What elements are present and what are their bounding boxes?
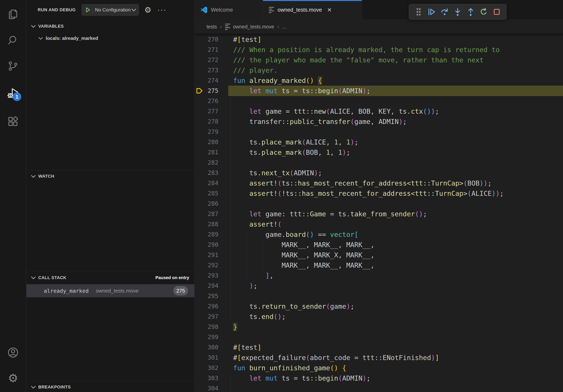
code-line: 283 ts.next_tx(ADMIN); bbox=[195, 168, 563, 178]
debug-settings-gear-icon[interactable]: ⚙ bbox=[144, 6, 152, 14]
source-control-icon[interactable] bbox=[6, 59, 20, 73]
restart-button[interactable] bbox=[478, 6, 489, 17]
line-number[interactable]: 284 bbox=[195, 178, 218, 188]
current-debug-line: 275 let mut ts = ts::begin(ADMIN); bbox=[195, 86, 563, 96]
code-line: 289 game.board() == vector[ bbox=[195, 229, 563, 240]
move-file-icon bbox=[225, 24, 230, 30]
code-text: assert!(ts::has_most_recent_for_address<… bbox=[233, 178, 492, 188]
close-icon[interactable]: ✕ bbox=[327, 7, 332, 13]
step-over-button[interactable] bbox=[439, 6, 450, 17]
debug-count-badge: 1 bbox=[13, 92, 21, 101]
code-text: let game = ttt::new(ALICE, BOB, KEY, ts.… bbox=[233, 106, 439, 117]
variables-section-header[interactable]: VARIABLES bbox=[26, 20, 194, 32]
tab-owned-tests[interactable]: owned_tests.move ✕ bbox=[263, 0, 362, 20]
code-editor[interactable]: 270#[test]271/// When a position is alre… bbox=[195, 34, 563, 392]
line-number[interactable]: 282 bbox=[195, 157, 218, 168]
line-number[interactable]: 271 bbox=[195, 45, 218, 55]
line-number[interactable]: 287 bbox=[195, 209, 218, 219]
line-number[interactable]: 281 bbox=[195, 147, 218, 157]
line-number[interactable]: 286 bbox=[195, 198, 218, 209]
code-text: fun burn_unfinished_game() { bbox=[233, 363, 346, 373]
line-number[interactable]: 302 bbox=[195, 363, 218, 373]
tab-label: owned_tests.move bbox=[278, 7, 322, 13]
breadcrumb-file[interactable]: owned_tests.move bbox=[233, 24, 274, 30]
code-text: #[test] bbox=[233, 342, 261, 353]
continue-button[interactable] bbox=[426, 6, 437, 17]
line-number[interactable]: 274 bbox=[195, 75, 218, 86]
line-number[interactable]: 297 bbox=[195, 312, 218, 322]
debug-toolbar bbox=[409, 4, 507, 20]
breadcrumb-tests[interactable]: tests bbox=[206, 24, 217, 30]
line-number[interactable]: 278 bbox=[195, 117, 218, 127]
line-number[interactable]: 292 bbox=[195, 260, 218, 270]
line-number[interactable]: 276 bbox=[195, 96, 218, 106]
line-number[interactable]: 294 bbox=[195, 281, 218, 291]
breakpoints-section-header[interactable]: BREAKPOINTS bbox=[26, 381, 194, 392]
chevron-down-icon bbox=[131, 8, 136, 12]
line-number[interactable]: 303 bbox=[195, 373, 218, 383]
frame-file: owned_tests.move bbox=[96, 288, 139, 294]
line-number[interactable]: 301 bbox=[195, 353, 218, 363]
code-line: 301#[expected_failure(abort_code = ttt::… bbox=[195, 353, 563, 363]
code-text: let mut ts = ts::begin(ADMIN); bbox=[233, 86, 371, 96]
code-text: /// When a position is already marked, t… bbox=[233, 45, 500, 55]
account-icon[interactable] bbox=[6, 346, 20, 359]
tab-bar: Welcome owned_tests.move ✕ bbox=[195, 0, 563, 20]
step-out-button[interactable] bbox=[465, 6, 476, 17]
line-number[interactable]: 273 bbox=[195, 65, 218, 75]
code-text: let mut ts = ts::begin(ADMIN); bbox=[233, 373, 371, 383]
tab-welcome[interactable]: Welcome bbox=[195, 0, 263, 20]
code-text: /// the player who made the "false" move… bbox=[233, 55, 484, 65]
breadcrumb-symbol[interactable]: ... bbox=[282, 24, 286, 30]
call-stack-section-header[interactable]: CALL STACK Paused on entry bbox=[26, 272, 194, 283]
line-number[interactable]: 290 bbox=[195, 240, 218, 250]
line-number[interactable]: 296 bbox=[195, 301, 218, 312]
settings-gear-icon[interactable]: ⚙ bbox=[6, 371, 20, 385]
line-number[interactable]: 288 bbox=[195, 219, 218, 229]
line-number[interactable]: 298 bbox=[195, 322, 218, 332]
line-number[interactable]: 272 bbox=[195, 55, 218, 65]
stop-button[interactable] bbox=[491, 6, 502, 17]
line-number[interactable]: 289 bbox=[195, 229, 218, 240]
search-icon[interactable] bbox=[6, 34, 20, 47]
line-number[interactable]: 299 bbox=[195, 332, 218, 342]
line-number[interactable]: 270 bbox=[195, 34, 218, 45]
watch-section-header[interactable]: WATCH bbox=[26, 170, 194, 182]
vscode-window: 1 ⚙ RUN AND DEBUG bbox=[0, 0, 563, 392]
line-number[interactable]: 295 bbox=[195, 291, 218, 301]
chevron-down-icon bbox=[31, 385, 36, 389]
line-number[interactable]: 285 bbox=[195, 188, 218, 198]
explorer-icon[interactable] bbox=[6, 8, 20, 21]
line-number[interactable]: 280 bbox=[195, 137, 218, 147]
start-debug-icon[interactable] bbox=[84, 6, 93, 14]
line-number[interactable]: 283 bbox=[195, 168, 218, 178]
line-number[interactable]: 279 bbox=[195, 127, 218, 137]
extensions-icon[interactable] bbox=[6, 115, 20, 128]
line-number[interactable]: 304 bbox=[195, 383, 218, 392]
current-stack-frame-marker-icon bbox=[196, 87, 203, 95]
line-number[interactable]: 293 bbox=[195, 270, 218, 281]
step-into-button[interactable] bbox=[452, 6, 463, 17]
launch-configuration-dropdown[interactable]: No Configurations bbox=[82, 4, 139, 16]
frame-line-badge: 275 bbox=[173, 286, 188, 296]
code-line: 273/// player. bbox=[195, 65, 563, 75]
toolbar-drag-handle[interactable] bbox=[413, 6, 424, 17]
code-text: #[expected_failure(abort_code = ttt::ENo… bbox=[233, 353, 439, 363]
more-actions-icon[interactable]: ··· bbox=[157, 8, 167, 12]
line-number[interactable]: 277 bbox=[195, 106, 218, 117]
activity-bar: 1 ⚙ bbox=[0, 0, 26, 392]
code-line: 271/// When a position is already marked… bbox=[195, 45, 563, 55]
run-debug-panel-header: RUN AND DEBUG No Configurations ⚙ ··· bbox=[26, 0, 194, 20]
code-text: ts.place_mark(BOB, 1, 1); bbox=[233, 147, 350, 157]
paused-status: Paused on entry bbox=[155, 275, 189, 280]
line-number[interactable]: 291 bbox=[195, 250, 218, 260]
call-stack-frame-row[interactable]: already_marked owned_tests.move 275 bbox=[26, 284, 194, 297]
code-text: MARK__, MARK_X, MARK__, bbox=[233, 250, 374, 260]
locals-scope-row[interactable]: locals: already_marked bbox=[26, 32, 194, 44]
run-and-debug-icon[interactable]: 1 bbox=[6, 86, 20, 100]
code-line: 304 bbox=[195, 383, 563, 392]
code-line: 292 MARK__, MARK__, MARK__, bbox=[195, 260, 563, 270]
code-line: 297 ts.end(); bbox=[195, 312, 563, 322]
code-line: 278 transfer::public_transfer(game, ADMI… bbox=[195, 117, 563, 127]
line-number[interactable]: 300 bbox=[195, 342, 218, 353]
